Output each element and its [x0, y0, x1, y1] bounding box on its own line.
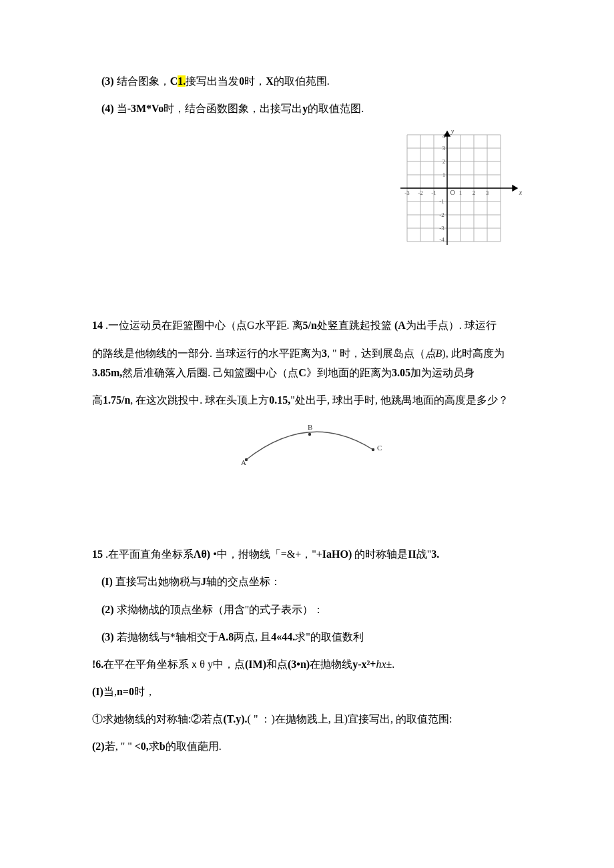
axis-y-label: y [450, 128, 454, 135]
highlight-1: 1. [178, 75, 186, 87]
text: 的取值范图. [308, 103, 364, 114]
ytick: 1 [442, 171, 446, 178]
text: 接写出当发 [186, 75, 239, 87]
label-2: (2) [101, 604, 114, 615]
offset: 0.15, [269, 394, 290, 406]
arc-label-a: A [241, 458, 246, 466]
text: 轴的交点坐标： [206, 576, 281, 587]
sym: Λθ) [194, 548, 210, 560]
pt2: (3•n) [288, 659, 310, 670]
q13-sub3: (3) 结合图象，C1.接写出当发0时，X的取伯苑围. [92, 73, 527, 89]
text: ), 此时高度为 [442, 348, 504, 359]
distance: 5/n [303, 320, 317, 331]
tail: ±. [386, 659, 395, 670]
text: .在平面直角坐标系 [103, 548, 194, 560]
q14-line3: 3.85m,然后准确落入后圈. 己知篮圈中心（点C》到地面的距离为3.05加为运… [92, 365, 527, 380]
expr: -3M*Vo [127, 103, 164, 114]
n0: n=0 [117, 686, 134, 697]
text: 直接写出她物税与 [115, 576, 201, 587]
q13-sub4: (4) 当-3M*Vo时，结合函数图象，出接写出y的取值范图. [92, 101, 527, 116]
text: 然后准确落入后圈. 己知篮圈中心（点 [122, 367, 298, 378]
text: •中，拊物线「=&+，"+ [210, 548, 322, 560]
text: 求"的取值数利 [295, 631, 364, 642]
pts: A.8 [218, 631, 234, 642]
ytick: -3 [439, 225, 444, 232]
xtick: 3 [486, 189, 489, 196]
q15-number: 15 [92, 548, 103, 560]
ytick: -2 [439, 211, 444, 218]
xtick: -1 [431, 189, 436, 196]
label-I: (I) [101, 576, 113, 587]
svg-point-23 [372, 448, 374, 451]
ytick: 4 [442, 133, 446, 139]
label-I: (I) [92, 686, 103, 697]
letter-j: J [201, 576, 206, 587]
text: "处出手, 球出手时, 他跳禺地面的高度是多少？ [290, 394, 509, 406]
text: 的路线是他物线的一部分. 当球运行的水平距离为 [92, 348, 322, 359]
sym3: II [408, 548, 416, 560]
xtick: 1 [459, 189, 463, 196]
letter-y: y [302, 103, 308, 114]
text: 的取值葩用. [166, 741, 222, 752]
q16-num: !6. [92, 659, 103, 670]
text: 时， [244, 75, 266, 87]
text: 在平在平角坐标系ｘθ y中，点 [103, 659, 245, 670]
letter-c: C [170, 75, 178, 87]
xtick: -3 [404, 189, 410, 196]
text: , 在这次跳投中. 球在头顶上方 [130, 394, 269, 406]
text: 加为运动员身 [410, 367, 475, 378]
q14-line4: 高1.75/n, 在这次跳投中. 球在头顶上方0.15,"处出手, 球出手时, … [92, 392, 527, 408]
text: 处竖直跳起投篮 [317, 320, 394, 331]
q15-sub1: (I) 直接写出她物税与J轴的交点坐标： [92, 574, 527, 589]
text: 的取伯苑围. [274, 75, 330, 87]
arc-label-b: B [308, 423, 312, 431]
paren-A: (A [394, 320, 406, 331]
height: 3.85m, [92, 367, 122, 378]
label-4: (4) [101, 103, 114, 114]
q14-line2: 的路线是他物线的一部分. 当球运行的水平距离为3, " 时，达到展岛点（点B),… [92, 346, 527, 361]
text: 若抛物线与*轴相交于 [117, 631, 218, 642]
text: 战" [416, 548, 432, 560]
xtick: -2 [418, 189, 423, 196]
svg-marker-18 [513, 185, 517, 191]
expr: y-x²+ [352, 659, 376, 670]
text: 》到地面的距离为 [306, 367, 392, 378]
sym2: IaHO) [322, 548, 352, 560]
ytick: -4 [439, 236, 444, 243]
text: 的时称轴是 [352, 548, 408, 560]
parabola-arc-figure: A B C [233, 420, 386, 466]
height2: 1.75/n [103, 394, 130, 406]
text: 时， [134, 686, 156, 697]
text: 高 [92, 394, 103, 406]
q15-line1: 15 .在平面直角坐标系Λθ) •中，拊物线「=&+，"+IaHO) 的时称轴是… [92, 546, 527, 562]
label-3: (3) [101, 75, 114, 87]
text: 在抛物线 [310, 659, 352, 670]
q16-sub1: (I)当,n=0时， [92, 684, 527, 699]
q16-sub1-detail: ①求她物线的对称轴:②若点(T.y).( " ：)在抛物践上, 且)宜接写出, … [92, 711, 527, 727]
text: 当, [103, 686, 117, 697]
q14-number: 14 [92, 320, 103, 331]
text: 求拗物战的顶点坐标（用含"的式子表示）： [117, 604, 324, 615]
ytick: -1 [439, 198, 444, 205]
label-2: (2) [92, 741, 105, 752]
label-3: (3) [101, 631, 114, 642]
text: 时，结合函数图象，出接写出 [164, 103, 302, 114]
q15-sub3: (3) 若抛物线与*轴相交于A.8两点, 且4«44.求"的取值数利 [92, 629, 527, 644]
text: ( " ：)在抛物践上, 且)宜接写出, 的取值范围: [248, 713, 452, 725]
text: , " 时，达到展岛点（ [327, 348, 425, 359]
text: 结合图象， [117, 75, 170, 87]
num3: 3. [431, 548, 439, 560]
point-c: C [298, 367, 306, 378]
lt0: <0, [135, 741, 149, 752]
coordinate-grid: x y O -3 -2 -1 1 2 3 1 2 3 4 -1 -2 -3 -4 [394, 128, 527, 248]
pt1: (IM) [245, 659, 266, 670]
axis-x-label: x [519, 189, 523, 196]
text: ①求她物线的对称轴:②若点 [92, 713, 223, 725]
text: .一位运动员在距篮圈中心（点G水平距. 离 [103, 320, 303, 331]
point-b: 点B [425, 348, 442, 359]
text: 为出手点）. 球运行 [406, 320, 497, 331]
hx: hx [376, 659, 386, 670]
text: 当 [117, 103, 127, 114]
coordinate-grid-figure: x y O -3 -2 -1 1 2 3 1 2 3 4 -1 -2 -3 -4 [92, 128, 527, 248]
text: 两点, 且 [234, 631, 271, 642]
